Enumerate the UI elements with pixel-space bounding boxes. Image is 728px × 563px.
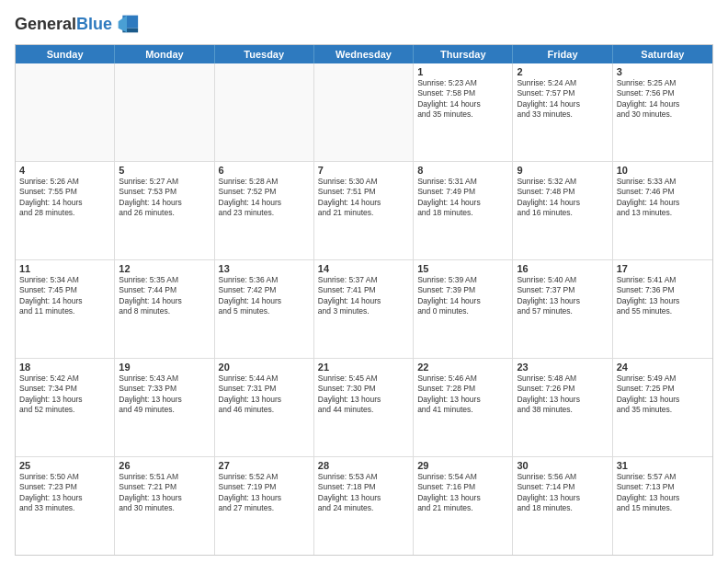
day-number: 3	[617, 66, 709, 77]
table-row	[314, 63, 414, 161]
daylight-hours: Sunrise: 5:41 AM Sunset: 7:36 PM Dayligh…	[617, 275, 709, 317]
table-row: 3Sunrise: 5:25 AM Sunset: 7:56 PM Daylig…	[613, 63, 712, 161]
table-row: 27Sunrise: 5:52 AM Sunset: 7:19 PM Dayli…	[215, 457, 314, 555]
table-row	[16, 63, 115, 161]
week-row-2: 4Sunrise: 5:26 AM Sunset: 7:55 PM Daylig…	[16, 162, 712, 260]
day-number: 31	[617, 460, 709, 471]
table-row: 16Sunrise: 5:40 AM Sunset: 7:37 PM Dayli…	[513, 260, 612, 358]
day-number: 12	[119, 263, 210, 274]
day-number: 16	[517, 263, 608, 274]
daylight-hours: Sunrise: 5:32 AM Sunset: 7:48 PM Dayligh…	[517, 177, 608, 219]
table-row: 30Sunrise: 5:56 AM Sunset: 7:14 PM Dayli…	[513, 457, 612, 555]
daylight-hours: Sunrise: 5:42 AM Sunset: 7:34 PM Dayligh…	[19, 373, 110, 416]
week-row-4: 18Sunrise: 5:42 AM Sunset: 7:34 PM Dayli…	[16, 359, 712, 457]
table-row: 21Sunrise: 5:45 AM Sunset: 7:30 PM Dayli…	[314, 359, 414, 456]
day-number: 20	[219, 362, 310, 373]
daylight-hours: Sunrise: 5:33 AM Sunset: 7:46 PM Dayligh…	[617, 177, 709, 219]
table-row: 12Sunrise: 5:35 AM Sunset: 7:44 PM Dayli…	[115, 260, 214, 358]
table-row: 9Sunrise: 5:32 AM Sunset: 7:48 PM Daylig…	[513, 162, 612, 259]
day-number: 13	[219, 263, 310, 274]
table-row: 22Sunrise: 5:46 AM Sunset: 7:28 PM Dayli…	[414, 359, 513, 456]
daylight-hours: Sunrise: 5:27 AM Sunset: 7:53 PM Dayligh…	[119, 177, 210, 219]
header-day-thursday: Thursday	[414, 45, 513, 63]
table-row: 4Sunrise: 5:26 AM Sunset: 7:55 PM Daylig…	[16, 162, 115, 259]
day-number: 4	[19, 165, 110, 176]
header-day-friday: Friday	[513, 45, 612, 63]
day-number: 9	[517, 165, 608, 176]
week-row-1: 1Sunrise: 5:23 AM Sunset: 7:58 PM Daylig…	[16, 63, 712, 162]
day-number: 5	[119, 165, 210, 176]
table-row: 29Sunrise: 5:54 AM Sunset: 7:16 PM Dayli…	[414, 457, 513, 555]
logo-text: GeneralBlue	[15, 16, 112, 32]
daylight-hours: Sunrise: 5:52 AM Sunset: 7:19 PM Dayligh…	[219, 472, 310, 514]
daylight-hours: Sunrise: 5:34 AM Sunset: 7:45 PM Dayligh…	[19, 275, 110, 317]
table-row: 25Sunrise: 5:50 AM Sunset: 7:23 PM Dayli…	[16, 457, 115, 555]
daylight-hours: Sunrise: 5:56 AM Sunset: 7:14 PM Dayligh…	[517, 472, 608, 514]
table-row: 19Sunrise: 5:43 AM Sunset: 7:33 PM Dayli…	[115, 359, 214, 456]
day-number: 11	[19, 263, 110, 274]
table-row: 1Sunrise: 5:23 AM Sunset: 7:58 PM Daylig…	[414, 63, 513, 161]
table-row: 2Sunrise: 5:24 AM Sunset: 7:57 PM Daylig…	[513, 63, 612, 161]
table-row: 26Sunrise: 5:51 AM Sunset: 7:21 PM Dayli…	[115, 457, 214, 555]
header-day-tuesday: Tuesday	[215, 45, 314, 63]
week-row-3: 11Sunrise: 5:34 AM Sunset: 7:45 PM Dayli…	[16, 260, 712, 359]
table-row: 7Sunrise: 5:30 AM Sunset: 7:51 PM Daylig…	[314, 162, 414, 259]
daylight-hours: Sunrise: 5:54 AM Sunset: 7:16 PM Dayligh…	[417, 472, 508, 514]
day-number: 28	[318, 460, 409, 471]
daylight-hours: Sunrise: 5:50 AM Sunset: 7:23 PM Dayligh…	[19, 472, 110, 514]
day-number: 30	[517, 460, 608, 471]
header-day-saturday: Saturday	[613, 45, 712, 63]
table-row: 28Sunrise: 5:53 AM Sunset: 7:18 PM Dayli…	[314, 457, 414, 555]
day-number: 25	[19, 460, 110, 471]
day-number: 29	[417, 460, 508, 471]
calendar-body: 1Sunrise: 5:23 AM Sunset: 7:58 PM Daylig…	[16, 63, 712, 555]
day-number: 18	[19, 362, 110, 373]
table-row	[215, 63, 314, 161]
table-row: 14Sunrise: 5:37 AM Sunset: 7:41 PM Dayli…	[314, 260, 414, 358]
table-row: 20Sunrise: 5:44 AM Sunset: 7:31 PM Dayli…	[215, 359, 314, 456]
day-number: 6	[219, 165, 310, 176]
daylight-hours: Sunrise: 5:36 AM Sunset: 7:42 PM Dayligh…	[219, 275, 310, 317]
day-number: 22	[417, 362, 508, 373]
day-number: 2	[517, 66, 608, 77]
logo-area: GeneralBlue	[15, 11, 140, 37]
table-row: 13Sunrise: 5:36 AM Sunset: 7:42 PM Dayli…	[215, 260, 314, 358]
daylight-hours: Sunrise: 5:23 AM Sunset: 7:58 PM Dayligh…	[417, 78, 508, 121]
table-row: 18Sunrise: 5:42 AM Sunset: 7:34 PM Dayli…	[16, 359, 115, 456]
daylight-hours: Sunrise: 5:25 AM Sunset: 7:56 PM Dayligh…	[617, 78, 709, 121]
table-row: 24Sunrise: 5:49 AM Sunset: 7:25 PM Dayli…	[613, 359, 712, 456]
daylight-hours: Sunrise: 5:30 AM Sunset: 7:51 PM Dayligh…	[318, 177, 409, 219]
daylight-hours: Sunrise: 5:40 AM Sunset: 7:37 PM Dayligh…	[517, 275, 608, 317]
table-row	[115, 63, 214, 161]
daylight-hours: Sunrise: 5:46 AM Sunset: 7:28 PM Dayligh…	[417, 373, 508, 416]
daylight-hours: Sunrise: 5:37 AM Sunset: 7:41 PM Dayligh…	[318, 275, 409, 317]
table-row: 8Sunrise: 5:31 AM Sunset: 7:49 PM Daylig…	[414, 162, 513, 259]
daylight-hours: Sunrise: 5:45 AM Sunset: 7:30 PM Dayligh…	[318, 373, 409, 416]
table-row: 6Sunrise: 5:28 AM Sunset: 7:52 PM Daylig…	[215, 162, 314, 259]
daylight-hours: Sunrise: 5:24 AM Sunset: 7:57 PM Dayligh…	[517, 78, 608, 121]
daylight-hours: Sunrise: 5:57 AM Sunset: 7:13 PM Dayligh…	[617, 472, 709, 514]
daylight-hours: Sunrise: 5:35 AM Sunset: 7:44 PM Dayligh…	[119, 275, 210, 317]
daylight-hours: Sunrise: 5:39 AM Sunset: 7:39 PM Dayligh…	[417, 275, 508, 317]
day-number: 17	[617, 263, 709, 274]
day-number: 26	[119, 460, 210, 471]
table-row: 11Sunrise: 5:34 AM Sunset: 7:45 PM Dayli…	[16, 260, 115, 358]
day-number: 23	[517, 362, 608, 373]
calendar: SundayMondayTuesdayWednesdayThursdayFrid…	[15, 44, 713, 556]
daylight-hours: Sunrise: 5:44 AM Sunset: 7:31 PM Dayligh…	[219, 373, 310, 416]
calendar-header: SundayMondayTuesdayWednesdayThursdayFrid…	[16, 45, 712, 63]
table-row: 10Sunrise: 5:33 AM Sunset: 7:46 PM Dayli…	[613, 162, 712, 259]
table-row: 23Sunrise: 5:48 AM Sunset: 7:26 PM Dayli…	[513, 359, 612, 456]
daylight-hours: Sunrise: 5:53 AM Sunset: 7:18 PM Dayligh…	[318, 472, 409, 514]
daylight-hours: Sunrise: 5:28 AM Sunset: 7:52 PM Dayligh…	[219, 177, 310, 219]
daylight-hours: Sunrise: 5:26 AM Sunset: 7:55 PM Dayligh…	[19, 177, 110, 219]
day-number: 21	[318, 362, 409, 373]
header: GeneralBlue	[15, 11, 713, 37]
logo-icon	[114, 11, 140, 37]
page: GeneralBlue SundayMondayTuesdayWednesday…	[0, 0, 728, 563]
header-day-wednesday: Wednesday	[314, 45, 414, 63]
day-number: 14	[318, 263, 409, 274]
daylight-hours: Sunrise: 5:49 AM Sunset: 7:25 PM Dayligh…	[617, 373, 709, 416]
daylight-hours: Sunrise: 5:48 AM Sunset: 7:26 PM Dayligh…	[517, 373, 608, 416]
day-number: 1	[417, 66, 508, 77]
